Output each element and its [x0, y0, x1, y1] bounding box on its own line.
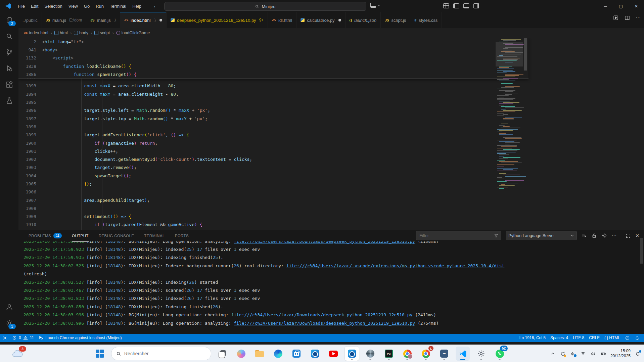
- tray-wifi-icon[interactable]: [580, 351, 586, 357]
- taskbar-pycharm[interactable]: PC: [382, 347, 396, 361]
- more-actions-button[interactable]: ⋯: [636, 15, 641, 21]
- panel-tab-debug-console[interactable]: DEBUG CONSOLE: [99, 230, 134, 241]
- scrollbar-thumb[interactable]: [524, 38, 527, 71]
- window-close-button[interactable]: ✕: [629, 0, 644, 12]
- tray-sound-icon[interactable]: [570, 351, 576, 357]
- menu-view[interactable]: View: [65, 2, 81, 10]
- debug-launch-indicator[interactable]: Launch Chrome against localhost (Minijeu…: [36, 334, 124, 342]
- status-cursor-position[interactable]: Ln 1916, Col 5: [517, 334, 548, 342]
- code-line-1908[interactable]: 1908: [18, 204, 522, 212]
- window-minimize-button[interactable]: ─: [598, 0, 613, 12]
- taskbar-mysql-workbench[interactable]: ~: [437, 347, 451, 361]
- split-editor-button[interactable]: [624, 15, 630, 21]
- taskbar-outlook[interactable]: [345, 347, 359, 361]
- status-notifications-bell[interactable]: [632, 334, 642, 342]
- code-line-1893[interactable]: 1893const maxX = area.clientWidth - 80;: [18, 82, 522, 90]
- breadcrumb-item-html[interactable]: html: [54, 31, 68, 35]
- tab-idl.html[interactable]: <>idl.html: [268, 12, 296, 28]
- taskbar-chrome-badged[interactable]: L: [419, 347, 433, 361]
- status-indentation[interactable]: Spaces: 4: [548, 334, 570, 342]
- toggle-panel-icon[interactable]: [463, 3, 469, 8]
- sticky-line-1886[interactable]: 1886function spawnTarget() {: [18, 70, 528, 78]
- status-encoding[interactable]: UTF-8: [570, 334, 587, 342]
- menu-run[interactable]: Run: [93, 2, 107, 10]
- toggle-sidebar-icon[interactable]: [453, 3, 459, 8]
- taskbar-start[interactable]: [93, 347, 107, 361]
- code-line-1903[interactable]: 1903target.remove();: [18, 164, 522, 172]
- sticky-line-2[interactable]: 2<html lang="fr">: [18, 38, 528, 46]
- tray-notifications-bell[interactable]: [635, 351, 641, 357]
- status-eol[interactable]: CRLF: [587, 334, 602, 342]
- run-or-debug-button[interactable]: [613, 15, 619, 21]
- menu-help[interactable]: Help: [129, 2, 144, 10]
- code-line-1905[interactable]: 1905});: [18, 180, 522, 188]
- sticky-line-1838[interactable]: 1838function loadClickGame() {: [18, 62, 528, 70]
- code-line-1900[interactable]: 1900if (!gameActive) return;: [18, 139, 522, 147]
- activity-testing[interactable]: [0, 93, 18, 109]
- clear-output-button[interactable]: [581, 233, 587, 238]
- taskbar-file-explorer[interactable]: [252, 347, 267, 361]
- code-line-1899[interactable]: 1899target.addEventListener('click', () …: [18, 131, 522, 139]
- tray-volume-icon[interactable]: [590, 351, 596, 357]
- code-line-1901[interactable]: 1901clicks++;: [18, 147, 522, 155]
- menu-file[interactable]: File: [15, 2, 28, 10]
- code-line-1909[interactable]: 1909setTimeout(() => {: [18, 213, 522, 221]
- menu-go[interactable]: Go: [81, 2, 93, 10]
- taskbar-clock[interactable]: 15:0920/12/2025: [610, 349, 631, 359]
- toggle-secondary-sidebar-icon[interactable]: [473, 3, 479, 8]
- code-line-1902[interactable]: 1902document.getElementById('click-count…: [18, 155, 522, 163]
- activity-run-and-debug[interactable]: [0, 60, 18, 77]
- breadcrumb-item-script[interactable]: script: [94, 31, 110, 35]
- tray-battery-icon[interactable]: [600, 351, 606, 357]
- breadcrumb-item-body[interactable]: body: [74, 31, 88, 35]
- taskbar-copilot[interactable]: [234, 347, 248, 361]
- activity-source-control[interactable]: [0, 44, 18, 60]
- code-line-1898[interactable]: 1898: [18, 123, 522, 131]
- taskbar-search[interactable]: Rechercher: [111, 347, 211, 360]
- tab-deepseek-python-20251219-12e510.py[interactable]: deepseek_python_20251219_12e510.py9+: [167, 12, 268, 28]
- tray-hidden-icons-icon[interactable]: [550, 351, 556, 357]
- panel-scrollbar-thumb[interactable]: [640, 238, 643, 264]
- taskbar-chrome-profile[interactable]: [400, 347, 414, 361]
- tab-styles.css[interactable]: #styles.css: [410, 12, 442, 28]
- close-panel-button[interactable]: ✕: [635, 233, 639, 238]
- status-copilot[interactable]: [623, 334, 632, 342]
- output-settings-button[interactable]: [601, 233, 607, 238]
- window-maximize-button[interactable]: ▢: [613, 0, 629, 12]
- breadcrumb-item-index.html[interactable]: <>index.html: [24, 31, 48, 35]
- customize-layout-icon[interactable]: [443, 3, 449, 8]
- command-center-search[interactable]: Minijeu: [164, 2, 366, 11]
- code-editor[interactable]: 18921893const maxX = area.clientWidth - …: [18, 38, 644, 230]
- tab-script.js[interactable]: JSscript.js: [381, 12, 410, 28]
- panel-more-actions-button[interactable]: ⋯: [611, 233, 616, 239]
- panel-tab-terminal[interactable]: TERMINAL: [144, 230, 165, 241]
- taskbar-spiral[interactable]: [363, 347, 377, 361]
- activity-extensions[interactable]: [0, 77, 18, 93]
- problems-indicator[interactable]: 0 11: [10, 334, 36, 342]
- tab-launch.json[interactable]: {}launch.json: [346, 12, 381, 28]
- tab-main.js[interactable]: JSmain.js.\: [86, 12, 120, 28]
- status-language-mode[interactable]: { } HTML: [602, 334, 623, 342]
- nav-back-button[interactable]: ←: [153, 3, 158, 9]
- menu-selection[interactable]: Selection: [41, 2, 65, 10]
- activity-search[interactable]: [0, 28, 18, 44]
- breadcrumb-item-loadclickgame[interactable]: loadClickGame: [116, 31, 150, 35]
- taskbar-store[interactable]: [289, 347, 304, 361]
- lock-scroll-button[interactable]: [591, 233, 597, 238]
- code-line-1894[interactable]: 1894const maxY = area.clientHeight - 80;: [18, 90, 522, 98]
- remote-indicator[interactable]: [0, 334, 10, 342]
- editor-scrollbar[interactable]: [523, 38, 528, 230]
- activity-explorer[interactable]: 2: [0, 12, 18, 28]
- panel-tab-output[interactable]: OUTPUT: [72, 230, 89, 242]
- maximize-panel-button[interactable]: [626, 233, 631, 238]
- taskbar-youtube[interactable]: [326, 347, 340, 361]
- menu-edit[interactable]: Edit: [28, 2, 41, 10]
- sticky-line-941[interactable]: 941<body>: [18, 46, 528, 54]
- code-line-1896[interactable]: 1896target.style.left = Math.random() * …: [18, 106, 522, 115]
- taskbar-whatsapp-badged[interactable]: 52: [493, 347, 507, 361]
- taskbar-outlook[interactable]: [308, 347, 322, 361]
- minimap-slider[interactable]: [496, 42, 523, 66]
- output-channel-dropdown[interactable]: Python Language Serve: [506, 231, 577, 240]
- file-link[interactable]: file:///c%3A/Users/lazar/.vscode/extensi…: [286, 263, 505, 268]
- code-line-1907[interactable]: 1907area.appendChild(target);: [18, 196, 522, 204]
